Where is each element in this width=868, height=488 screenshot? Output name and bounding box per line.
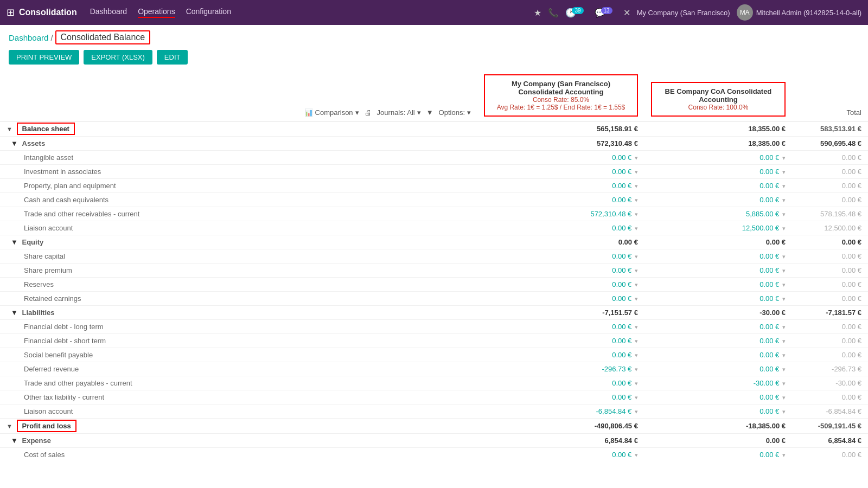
nav-dashboard[interactable]: Dashboard [90, 7, 127, 18]
export-xlsx-button[interactable]: EXPORT (XLSX) [84, 50, 152, 65]
item-label: Share premium [0, 264, 477, 278]
options-filter[interactable]: Options: ▾ [439, 108, 471, 117]
report-body: ▼ Balance sheet 565,158.91 € 18,355.00 €… [0, 121, 868, 461]
val1-dropdown-icon[interactable]: ▾ [635, 366, 638, 373]
item-val2: 0.00 € ▾ [644, 292, 792, 306]
item-total: 0.00 € [792, 278, 868, 292]
val1-dropdown-icon[interactable]: ▾ [635, 267, 638, 274]
comparison-filter[interactable]: 📊 Comparison ▾ [304, 108, 359, 117]
val2-dropdown-icon[interactable]: ▾ [782, 394, 786, 401]
val1-dropdown-icon[interactable]: ▾ [635, 296, 638, 302]
val1-dropdown-icon[interactable]: ▾ [635, 380, 638, 387]
section-header-balance-sheet[interactable]: ▼ Balance sheet 565,158.91 € 18,355.00 €… [0, 121, 868, 137]
val1-dropdown-icon[interactable]: ▾ [635, 183, 638, 189]
expand-arrow[interactable]: ▼ [11, 238, 18, 246]
item-label: Investment in associates [0, 165, 477, 179]
val1-dropdown-icon[interactable]: ▾ [635, 408, 638, 415]
nav-operations[interactable]: Operations [138, 7, 175, 18]
val1-dropdown-icon[interactable]: ▾ [635, 338, 638, 344]
phone-icon[interactable]: 📞 [548, 8, 559, 18]
val2-dropdown-icon[interactable]: ▾ [782, 253, 786, 260]
collapse-icon[interactable]: ▼ [7, 126, 12, 132]
group-total: 0.00 € [792, 235, 868, 249]
val1-dropdown-icon[interactable]: ▾ [635, 169, 638, 175]
val2-dropdown-icon[interactable]: ▾ [782, 281, 786, 288]
group-row-assets[interactable]: ▼ Assets 572,310.48 € 18,385.00 € 590,69… [0, 137, 868, 151]
table-row: Intangible asset 0.00 € ▾ 0.00 € ▾ 0.00 … [0, 151, 868, 165]
item-val1: 0.00 € ▾ [477, 249, 644, 264]
val1-dropdown-icon[interactable]: ▾ [635, 452, 638, 458]
item-val1: 0.00 € ▾ [477, 376, 644, 390]
val2-dropdown-icon[interactable]: ▾ [782, 324, 786, 330]
val2-dropdown-icon[interactable]: ▾ [782, 183, 786, 189]
val2-dropdown-icon[interactable]: ▾ [782, 366, 786, 373]
item-val2: 12,500.00 € ▾ [644, 221, 792, 235]
val2-dropdown-icon[interactable]: ▾ [782, 452, 786, 458]
item-total: -296.73 € [792, 362, 868, 376]
table-row: Social benefit payable 0.00 € ▾ 0.00 € ▾… [0, 348, 868, 362]
nav-configuration[interactable]: Configuration [186, 7, 231, 18]
val1-dropdown-icon[interactable]: ▾ [635, 197, 638, 203]
item-label: Share capital [0, 249, 477, 264]
val1-dropdown-icon[interactable]: ▾ [635, 211, 638, 217]
avatar: MA [737, 4, 753, 21]
item-val1: -296.73 € ▾ [477, 362, 644, 376]
item-label: Cash and cash equivalents [0, 193, 477, 207]
val1-dropdown-icon[interactable]: ▾ [635, 225, 638, 232]
group-row-liabilities[interactable]: ▼ Liabilities -7,151.57 € -30.00 € -7,18… [0, 306, 868, 320]
val2-dropdown-icon[interactable]: ▾ [782, 408, 786, 415]
clock-badge: 39 [572, 7, 583, 14]
print-icon[interactable]: 🖨 [365, 108, 372, 117]
star-icon[interactable]: ★ [534, 8, 541, 18]
collapse-icon[interactable]: ▼ [7, 423, 12, 429]
item-total: 0.00 € [792, 249, 868, 264]
table-row: Property, plan and equipment 0.00 € ▾ 0.… [0, 179, 868, 193]
val1-dropdown-icon[interactable]: ▾ [635, 155, 638, 161]
group-val2: 0.00 € [644, 235, 792, 249]
group-val2: 0.00 € [644, 434, 792, 448]
clock-icon[interactable]: 🕐39 [565, 8, 588, 18]
val2-dropdown-icon[interactable]: ▾ [782, 211, 786, 217]
val1-dropdown-icon[interactable]: ▾ [635, 253, 638, 260]
val2-dropdown-icon[interactable]: ▾ [782, 380, 786, 387]
val2-dropdown-icon[interactable]: ▾ [782, 155, 786, 161]
val2-dropdown-icon[interactable]: ▾ [782, 296, 786, 302]
group-val2: 18,385.00 € [644, 137, 792, 151]
user-menu[interactable]: MA Mitchell Admin (9142825-14-0-all) [737, 4, 861, 21]
expand-arrow[interactable]: ▼ [11, 309, 18, 317]
group-row-expense[interactable]: ▼ Expense 6,854.84 € 0.00 € 6,854.84 € [0, 434, 868, 448]
item-label: Retained earnings [0, 292, 477, 306]
table-row: Deferred revenue -296.73 € ▾ 0.00 € ▾ -2… [0, 362, 868, 376]
expand-arrow[interactable]: ▼ [11, 436, 18, 445]
val1-dropdown-icon[interactable]: ▾ [635, 324, 638, 330]
table-row: Share capital 0.00 € ▾ 0.00 € ▾ 0.00 € [0, 249, 868, 264]
group-label: Expense [22, 436, 51, 445]
val2-dropdown-icon[interactable]: ▾ [782, 267, 786, 274]
val1-dropdown-icon[interactable]: ▾ [635, 281, 638, 288]
val1-dropdown-icon[interactable]: ▾ [635, 352, 638, 358]
group-label: Equity [22, 238, 44, 246]
table-row: Cash and cash equivalents 0.00 € ▾ 0.00 … [0, 193, 868, 207]
section-header-profit-loss[interactable]: ▼ Profit and loss -490,806.45 € -18,385.… [0, 419, 868, 434]
grid-icon[interactable]: ⊞ [7, 7, 15, 18]
breadcrumb-dashboard-link[interactable]: Dashboard [9, 33, 48, 42]
val2-dropdown-icon[interactable]: ▾ [782, 197, 786, 203]
group-row-equity[interactable]: ▼ Equity 0.00 € 0.00 € 0.00 € [0, 235, 868, 249]
val2-dropdown-icon[interactable]: ▾ [782, 225, 786, 232]
item-val1: 0.00 € ▾ [477, 165, 644, 179]
report-table: 📊 Comparison ▾ 🖨 Journals: All ▾ ▼ Optio… [0, 70, 868, 460]
table-row: Cost of sales 0.00 € ▾ 0.00 € ▾ 0.00 € [0, 448, 868, 461]
expand-arrow[interactable]: ▼ [11, 139, 18, 147]
section-label-balance-sheet: Balance sheet [17, 123, 75, 135]
chat-icon[interactable]: 💬13 [595, 8, 617, 18]
item-label: Trade and other payables - current [0, 376, 477, 390]
journals-filter[interactable]: Journals: All ▾ [377, 108, 421, 117]
print-preview-button[interactable]: PRINT PREVIEW [9, 50, 79, 65]
val2-dropdown-icon[interactable]: ▾ [782, 352, 786, 358]
val2-dropdown-icon[interactable]: ▾ [782, 169, 786, 175]
val2-dropdown-icon[interactable]: ▾ [782, 338, 786, 344]
val1-dropdown-icon[interactable]: ▾ [635, 394, 638, 401]
edit-button[interactable]: EDIT [157, 50, 188, 65]
funnel-icon: ▼ [426, 108, 433, 117]
close-icon[interactable]: ✕ [623, 8, 630, 18]
